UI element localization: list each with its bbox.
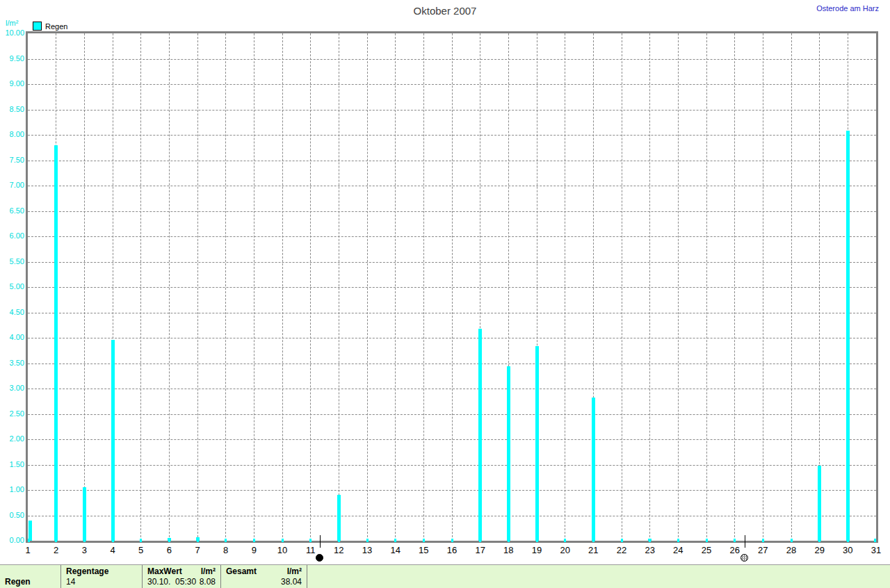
day-zero-tick bbox=[451, 539, 453, 542]
x-axis-label-day-17: 17 bbox=[470, 545, 491, 555]
full-moon-icon bbox=[741, 554, 748, 562]
summary-cell-regentage: Regentage 14 bbox=[61, 565, 143, 588]
x-axis-label-day-19: 19 bbox=[526, 545, 547, 555]
x-gridline bbox=[622, 33, 622, 541]
x-axis-label-day-2: 2 bbox=[46, 545, 67, 555]
x-axis-label-day-21: 21 bbox=[583, 545, 604, 555]
y-axis-tick-label: 9.00 bbox=[0, 79, 24, 88]
x-axis-label-day-26: 26 bbox=[725, 545, 745, 555]
summary-cell-maxwert: MaxWert l/m² 30.10. 05:30 8.08 bbox=[143, 565, 221, 588]
x-gridline bbox=[452, 33, 453, 541]
x-axis-label-day-15: 15 bbox=[413, 545, 434, 555]
x-axis-label-day-20: 20 bbox=[555, 545, 576, 555]
y-axis-tick-label: 0.00 bbox=[0, 536, 24, 544]
x-axis-label-day-5: 5 bbox=[131, 545, 152, 555]
x-axis-label-day-10: 10 bbox=[272, 545, 293, 555]
chart-plot-area bbox=[28, 33, 876, 541]
bar-day-21 bbox=[592, 398, 595, 541]
maxwert-value: 8.08 bbox=[200, 577, 216, 587]
x-gridline bbox=[706, 33, 707, 541]
maxwert-header: MaxWert bbox=[147, 566, 182, 576]
x-gridline bbox=[565, 33, 565, 541]
y-axis-tick-label: 4.50 bbox=[0, 308, 24, 316]
day-zero-tick bbox=[253, 539, 255, 542]
x-axis-label-day-6: 6 bbox=[159, 545, 179, 555]
y-axis-tick-label: 10.00 bbox=[0, 28, 24, 37]
x-axis-label-day-8: 8 bbox=[216, 545, 236, 555]
x-gridline bbox=[339, 33, 339, 541]
x-gridline bbox=[423, 33, 424, 541]
bar-day-19 bbox=[535, 346, 539, 541]
y-axis-tick-label: 5.00 bbox=[0, 282, 24, 291]
bar-day-18 bbox=[507, 366, 510, 541]
x-gridline bbox=[763, 33, 763, 541]
bar-day-7 bbox=[196, 537, 200, 541]
bar-day-30 bbox=[846, 131, 850, 541]
x-gridline bbox=[84, 33, 85, 541]
x-axis-label-day-27: 27 bbox=[752, 545, 773, 555]
x-gridline bbox=[169, 33, 170, 541]
day-zero-tick bbox=[791, 539, 793, 542]
summary-cell-empty bbox=[307, 565, 890, 588]
day-zero-tick bbox=[225, 539, 227, 542]
x-axis-label-day-13: 13 bbox=[357, 545, 378, 555]
y-axis-tick-label: 2.00 bbox=[0, 434, 24, 443]
x-gridline bbox=[791, 33, 792, 541]
bar-day-3 bbox=[83, 487, 86, 541]
x-gridline bbox=[254, 33, 254, 541]
bar-day-2 bbox=[54, 145, 58, 541]
summary-series-label: Regen bbox=[5, 577, 56, 587]
y-axis-tick-label: 5.50 bbox=[0, 257, 24, 266]
x-gridline bbox=[197, 33, 198, 541]
y-axis-unit-label: l/m² bbox=[6, 19, 18, 27]
x-gridline bbox=[140, 33, 141, 541]
bar-day-6 bbox=[168, 538, 171, 541]
x-axis-label-day-28: 28 bbox=[781, 545, 802, 555]
regentage-header: Regentage bbox=[66, 566, 108, 576]
day-zero-tick bbox=[394, 539, 396, 542]
bar-day-12 bbox=[337, 495, 341, 541]
day-zero-tick bbox=[309, 539, 312, 542]
y-axis-tick-label: 4.00 bbox=[0, 333, 24, 341]
bar-day-23 bbox=[648, 539, 652, 541]
x-axis-label-day-18: 18 bbox=[498, 545, 519, 555]
station-name-link[interactable]: Osterode am Harz bbox=[816, 4, 879, 13]
x-axis-label-day-22: 22 bbox=[611, 545, 632, 555]
summary-cell-series: Regen bbox=[0, 565, 61, 588]
gesamt-header: Gesamt bbox=[226, 566, 257, 576]
x-axis-label-day-25: 25 bbox=[696, 545, 717, 555]
x-axis-label-day-24: 24 bbox=[668, 545, 688, 555]
x-axis-label-day-31: 31 bbox=[866, 545, 887, 555]
y-axis-tick-label: 3.50 bbox=[0, 359, 24, 367]
x-axis-label-day-11: 11 bbox=[300, 545, 321, 555]
y-axis-tick-label: 1.00 bbox=[0, 485, 24, 493]
x-axis-label-day-30: 30 bbox=[837, 545, 858, 555]
y-axis-tick-label: 1.50 bbox=[0, 460, 24, 468]
regentage-value: 14 bbox=[66, 577, 75, 587]
x-axis-label-day-1: 1 bbox=[17, 545, 38, 555]
summary-bar: Regen Regentage 14 MaxWert l/m² 30.10. 0… bbox=[0, 564, 890, 588]
day-zero-tick bbox=[874, 539, 876, 542]
legend-label-regen: Regen bbox=[45, 22, 67, 31]
y-axis-tick-label: 8.50 bbox=[0, 105, 24, 113]
x-gridline bbox=[649, 33, 650, 541]
day-zero-tick bbox=[366, 539, 369, 542]
x-gridline bbox=[395, 33, 396, 541]
bar-day-29 bbox=[818, 466, 821, 541]
day-zero-tick bbox=[677, 539, 679, 542]
x-axis-label-day-29: 29 bbox=[809, 545, 830, 555]
bar-day-4 bbox=[111, 340, 115, 541]
x-gridline bbox=[310, 33, 311, 541]
x-gridline bbox=[819, 33, 820, 541]
day-zero-tick bbox=[282, 539, 284, 542]
maxwert-header-unit: l/m² bbox=[201, 566, 216, 576]
x-axis-label-day-4: 4 bbox=[102, 545, 123, 555]
bar-day-1 bbox=[29, 521, 32, 541]
y-axis-tick-label: 8.00 bbox=[0, 130, 24, 138]
page-title: Oktober 2007 bbox=[0, 5, 890, 17]
day-zero-tick bbox=[762, 539, 764, 542]
gesamt-header-unit: l/m² bbox=[287, 566, 302, 576]
legend: Regen bbox=[33, 22, 67, 31]
y-axis-tick-label: 7.00 bbox=[0, 181, 24, 189]
weather-chart-screen: Oktober 2007 Osterode am Harz l/m² Regen… bbox=[0, 0, 890, 588]
